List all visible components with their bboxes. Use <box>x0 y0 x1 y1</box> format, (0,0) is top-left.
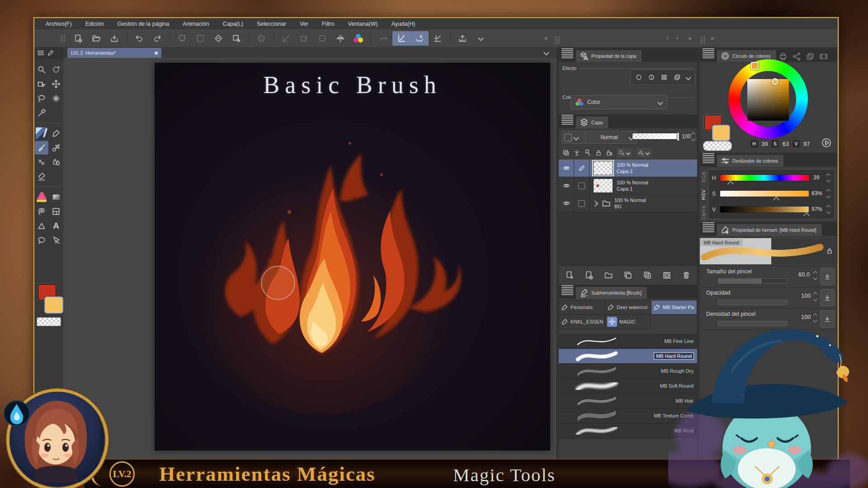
menu-ventana[interactable]: Ventana(W) <box>341 21 385 27</box>
opacity-slider[interactable] <box>718 300 788 305</box>
group-tab-magic[interactable]: MAGIC <box>605 314 651 329</box>
group-tab-personals[interactable]: Personals <box>559 300 605 314</box>
flip-horizontal-button[interactable] <box>331 31 349 46</box>
snap-grid-button[interactable] <box>429 31 447 46</box>
new-file-button[interactable] <box>69 31 87 46</box>
deselect-button[interactable] <box>191 31 209 46</box>
tab-hsv[interactable]: HSV <box>702 189 707 200</box>
layer-row-bg-folder[interactable]: 100 % NormalBG <box>559 195 697 212</box>
dock-prev-icon[interactable]: ‹ <box>666 34 668 41</box>
s-spinner[interactable] <box>827 190 830 197</box>
tab-color-history-icon[interactable] <box>817 51 830 62</box>
v-slider[interactable] <box>720 206 809 213</box>
tool-object[interactable] <box>35 77 48 91</box>
tool-zoom[interactable] <box>35 63 48 76</box>
tool-rotate[interactable] <box>49 63 63 76</box>
layer-check-box[interactable] <box>574 177 590 194</box>
tool-operation[interactable] <box>49 234 63 247</box>
lock-layer-icon[interactable] <box>595 149 602 156</box>
color-slider-menu-icon[interactable] <box>703 153 714 163</box>
canvas[interactable]: Basic Brush <box>155 63 550 450</box>
group-tab-mb-starter[interactable]: MB Starter Pa <box>651 300 697 314</box>
lock-transparent-icon[interactable] <box>606 149 613 156</box>
effect-layer-color-icon[interactable] <box>674 74 681 81</box>
tool-frame[interactable] <box>49 205 63 218</box>
opacity-dynamics-button[interactable] <box>820 289 835 306</box>
material-export-button[interactable] <box>453 31 472 46</box>
tool-decoration[interactable] <box>35 155 48 169</box>
sv-marker[interactable] <box>772 78 778 85</box>
palette-menu-icon[interactable] <box>38 51 44 55</box>
menu-seleccionar[interactable]: Seleccionar <box>250 21 293 27</box>
tool-balloon[interactable] <box>35 234 48 247</box>
new-layer-button[interactable] <box>565 271 574 280</box>
opacity-spinner[interactable] <box>814 293 817 300</box>
menu-filtro[interactable]: Filtro <box>315 21 341 27</box>
v-spinner[interactable] <box>827 206 830 213</box>
dock2-grip[interactable] <box>701 36 705 44</box>
tool-pen[interactable] <box>49 127 63 140</box>
clear-button[interactable] <box>173 31 191 46</box>
undo-button[interactable] <box>130 31 148 46</box>
menu-ver[interactable]: Ver <box>293 21 315 27</box>
brush-size-dynamics-button[interactable] <box>820 268 835 285</box>
toolbar-more-chevron[interactable] <box>472 31 490 46</box>
tool-text[interactable]: A <box>49 219 63 233</box>
dock-grip[interactable] <box>555 36 559 44</box>
layer-panel-tab[interactable]: Capa <box>576 117 608 128</box>
layer-visible-icon[interactable] <box>559 177 574 194</box>
hue-ring-marker[interactable] <box>751 62 759 70</box>
layer-thumbnail[interactable] <box>593 161 613 175</box>
expression-color-dropdown[interactable]: Color <box>571 95 667 109</box>
tab-approximate-color-icon[interactable] <box>803 51 817 62</box>
layer-check-box[interactable] <box>574 195 590 212</box>
layer-row-capa2[interactable]: 100 % NormalCapa 2 <box>559 160 697 177</box>
subtool-menu-icon[interactable] <box>561 285 573 295</box>
select-pen-button[interactable] <box>295 31 313 46</box>
brush-size-slider[interactable] <box>718 278 788 284</box>
draft-layer-icon[interactable] <box>584 149 591 156</box>
snap-ruler-button[interactable] <box>392 31 410 46</box>
menu-animacion[interactable]: Animación <box>176 21 216 27</box>
transparent-color-swatch[interactable] <box>37 317 61 326</box>
background-color-swatch[interactable] <box>44 296 63 314</box>
effect-tone-icon[interactable] <box>648 74 655 81</box>
tool-lasso[interactable] <box>35 92 48 105</box>
tab-cmyk[interactable]: CMYK <box>702 205 707 220</box>
tool-fill[interactable] <box>35 205 48 218</box>
group-tab-deer-watercolor[interactable]: Deer watercol <box>605 300 651 314</box>
wheel-transparent-swatch[interactable] <box>703 141 732 151</box>
brush-size-spinner[interactable] <box>814 272 817 279</box>
menu-capa[interactable]: Capa(L) <box>216 21 250 27</box>
snap-off-button[interactable] <box>374 31 392 46</box>
document-tab[interactable]: LVL 2. Herramientas* <box>67 48 161 58</box>
dock-next-icon[interactable]: › <box>676 34 678 41</box>
tool-eraser[interactable] <box>35 170 48 183</box>
tool-blend[interactable] <box>49 155 63 169</box>
blend-thumb-dropdown[interactable] <box>561 131 588 144</box>
tool-custom-pencil[interactable] <box>35 127 48 140</box>
sv-square[interactable] <box>747 79 789 121</box>
tab-list-chevron-icon[interactable] <box>543 50 549 56</box>
tool-move[interactable] <box>49 77 63 91</box>
new-folder-button[interactable] <box>604 271 613 280</box>
select-rect-button[interactable] <box>313 31 331 46</box>
tab-rgb[interactable]: RGB <box>702 171 707 183</box>
tool-eyedropper[interactable] <box>35 106 48 120</box>
tool-gradient[interactable] <box>49 190 63 204</box>
menu-ayuda[interactable]: Ayuda(H) <box>385 21 422 27</box>
group-tab-knkl-essentials[interactable]: KNKL_ESSEN <box>559 314 605 329</box>
new-vector-layer-button[interactable] <box>585 271 594 280</box>
menu-gestion-pagina[interactable]: Gestión de la página <box>111 21 176 27</box>
layer-property-tab[interactable]: Propiedad de la capa <box>576 50 642 62</box>
tool-figure[interactable] <box>35 219 48 233</box>
lock-open-icon[interactable] <box>826 247 833 254</box>
h-slider[interactable] <box>720 174 809 181</box>
ruler-range-icon[interactable] <box>636 148 652 158</box>
effect-border-icon[interactable] <box>635 74 642 81</box>
layer-opacity-slider[interactable] <box>632 133 680 140</box>
dock2-collapse-icon[interactable]: « <box>711 34 714 42</box>
menu-edicion[interactable]: Edición <box>79 21 111 27</box>
subtool-tab[interactable]: Subherramienta [Brush] <box>576 287 647 299</box>
fill-button[interactable] <box>209 31 227 46</box>
